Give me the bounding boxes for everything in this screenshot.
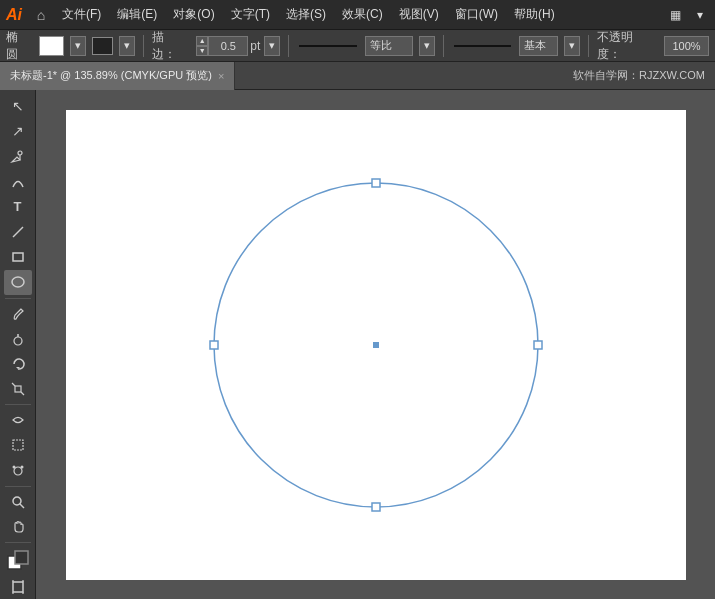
tab-bar: 未标题-1* @ 135.89% (CMYK/GPU 预览) × 软件自学网：R… <box>0 62 715 90</box>
menu-window[interactable]: 窗口(W) <box>449 4 504 25</box>
zoom-tool-btn[interactable] <box>4 490 32 514</box>
warp-tool-btn[interactable] <box>4 408 32 432</box>
menu-file[interactable]: 文件(F) <box>56 4 107 25</box>
stroke-width-spinner: ▲ ▼ pt ▾ <box>196 36 280 56</box>
separator-2 <box>288 35 289 57</box>
anchor-right[interactable] <box>534 341 542 349</box>
ellipse-tool-btn[interactable] <box>4 270 32 294</box>
menu-effect[interactable]: 效果(C) <box>336 4 389 25</box>
svg-point-5 <box>14 337 22 345</box>
pen-tool-btn[interactable] <box>4 144 32 168</box>
fill-color-swatch[interactable] <box>39 36 64 56</box>
line-style-dropdown-1[interactable]: 等比 <box>365 36 413 56</box>
line-style-sample-2 <box>454 45 511 47</box>
tool-separator-2 <box>5 404 31 405</box>
app-logo: Ai <box>6 6 22 24</box>
svg-point-4 <box>12 277 24 287</box>
center-point <box>373 342 379 348</box>
separator-3 <box>443 35 444 57</box>
opacity-input[interactable] <box>664 36 709 56</box>
stroke-unit-label: pt <box>250 39 260 53</box>
svg-point-15 <box>13 497 21 505</box>
stroke-down-btn[interactable]: ▼ <box>196 46 208 56</box>
canvas-svg <box>66 110 686 580</box>
tab-close-button[interactable]: × <box>218 70 224 82</box>
line-style-dropdown-arrow-2[interactable]: ▾ <box>564 36 580 56</box>
free-transform-btn[interactable] <box>4 433 32 457</box>
svg-line-2 <box>13 227 23 237</box>
stroke-dropdown[interactable]: ▾ <box>119 36 135 56</box>
canvas-area[interactable] <box>36 90 715 599</box>
anchor-left[interactable] <box>210 341 218 349</box>
svg-line-16 <box>20 504 24 508</box>
tab-label: 未标题-1* @ 135.89% (CMYK/GPU 预览) <box>10 68 212 83</box>
svg-rect-18 <box>15 551 28 564</box>
tool-separator-1 <box>5 298 31 299</box>
curvature-tool-btn[interactable] <box>4 170 32 194</box>
menu-type[interactable]: 文字(T) <box>225 4 276 25</box>
paintbrush-tool-btn[interactable] <box>4 301 32 325</box>
toolbox: ↖ ↗ T <box>0 90 36 599</box>
type-tool-btn[interactable]: T <box>4 195 32 219</box>
scale-tool-btn[interactable] <box>4 377 32 401</box>
svg-line-9 <box>12 383 15 386</box>
menu-bar: Ai ⌂ 文件(F) 编辑(E) 对象(O) 文字(T) 选择(S) 效果(C)… <box>0 0 715 30</box>
menu-object[interactable]: 对象(O) <box>167 4 220 25</box>
line-style-dropdown-arrow-1[interactable]: ▾ <box>419 36 435 56</box>
fill-stroke-indicator[interactable] <box>4 546 32 574</box>
line-style-dropdown-2[interactable]: 基本 <box>519 36 558 56</box>
tool-separator-3 <box>5 486 31 487</box>
svg-point-13 <box>12 465 15 468</box>
rectangle-tool-btn[interactable] <box>4 245 32 269</box>
site-info: 软件自学网：RJZXW.COM <box>573 68 705 83</box>
main-area: ↖ ↗ T <box>0 90 715 599</box>
properties-toolbar: 椭圆 ▾ ▾ 描边： ▲ ▼ pt ▾ 等比 ▾ 基本 ▾ 不透明度： <box>0 30 715 62</box>
document-tab[interactable]: 未标题-1* @ 135.89% (CMYK/GPU 预览) × <box>0 62 235 90</box>
direct-selection-tool-btn[interactable]: ↗ <box>4 119 32 143</box>
menu-view[interactable]: 视图(V) <box>393 4 445 25</box>
anchor-top[interactable] <box>372 179 380 187</box>
fill-dropdown[interactable]: ▾ <box>70 36 86 56</box>
svg-point-14 <box>20 465 23 468</box>
svg-rect-3 <box>13 253 23 261</box>
svg-point-0 <box>18 151 22 155</box>
svg-line-10 <box>21 392 24 395</box>
opacity-label: 不透明度： <box>597 29 654 63</box>
menu-edit[interactable]: 编辑(E) <box>111 4 163 25</box>
stroke-label: 描边： <box>152 29 186 63</box>
svg-rect-8 <box>15 386 21 392</box>
stroke-unit-dropdown[interactable]: ▾ <box>264 36 280 56</box>
artboard-tool-btn[interactable] <box>4 575 32 599</box>
svg-rect-11 <box>13 440 23 450</box>
workspace-switcher[interactable]: ▦ <box>664 6 687 24</box>
hand-tool-btn[interactable] <box>4 515 32 539</box>
home-button[interactable]: ⌂ <box>30 4 52 26</box>
svg-rect-19 <box>13 582 23 592</box>
separator-1 <box>143 35 144 57</box>
line-style-sample-1 <box>299 45 356 47</box>
anchor-bottom[interactable] <box>372 503 380 511</box>
svg-point-12 <box>14 467 22 475</box>
tool-separator-4 <box>5 542 31 543</box>
line-tool-btn[interactable] <box>4 220 32 244</box>
rotate-tool-btn[interactable] <box>4 352 32 376</box>
blob-brush-tool-btn[interactable] <box>4 327 32 351</box>
separator-4 <box>588 35 589 57</box>
shape-label: 椭圆 <box>6 29 29 63</box>
symbol-sprayer-btn[interactable] <box>4 459 32 483</box>
selection-tool-btn[interactable]: ↖ <box>4 94 32 118</box>
workspace-chevron[interactable]: ▾ <box>691 6 709 24</box>
stroke-width-input[interactable] <box>208 36 248 56</box>
artboard <box>66 110 686 580</box>
stroke-up-btn[interactable]: ▲ <box>196 36 208 46</box>
menu-select[interactable]: 选择(S) <box>280 4 332 25</box>
stroke-color-swatch[interactable] <box>92 37 113 55</box>
menu-help[interactable]: 帮助(H) <box>508 4 561 25</box>
